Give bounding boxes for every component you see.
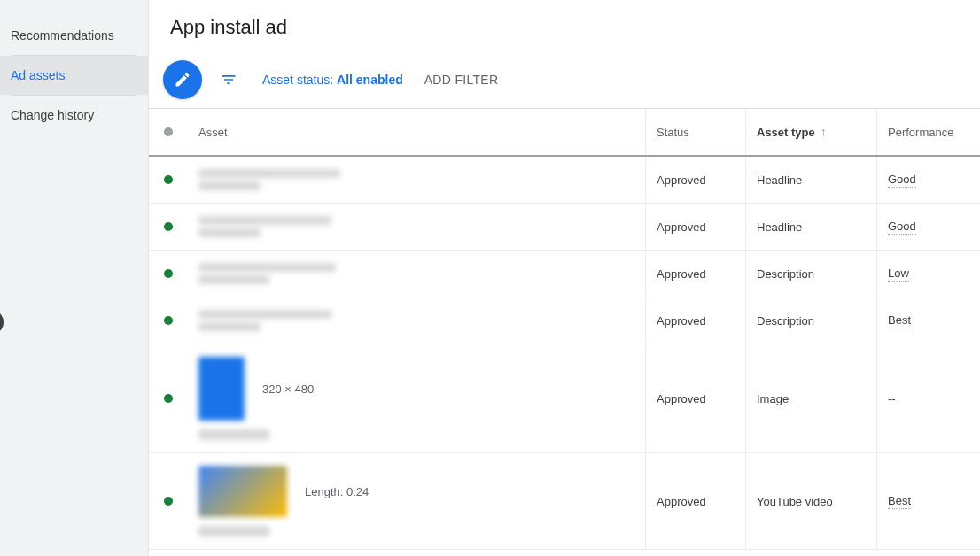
- column-status[interactable]: Status: [646, 109, 746, 155]
- sort-ascending-icon: ↑: [821, 125, 827, 139]
- table-row[interactable]: Approved Headline Good: [149, 204, 980, 251]
- type-cell: Headline: [746, 204, 877, 250]
- asset-cell: [188, 157, 646, 203]
- table-row[interactable]: Length: 0:24 Approved YouTube video Best: [149, 453, 980, 550]
- performance-cell: Good: [877, 204, 980, 250]
- status-cell: Approved: [646, 157, 746, 203]
- enabled-dot-icon: [164, 175, 173, 184]
- redacted-text: [198, 310, 331, 331]
- sidebar-item-ad-assets[interactable]: Ad assets: [0, 56, 148, 95]
- column-asset-type-label: Asset type: [757, 126, 815, 139]
- type-cell: Image: [746, 344, 877, 452]
- status-dot-icon: [164, 127, 173, 136]
- column-performance[interactable]: Performance: [877, 109, 980, 155]
- toolbar: Asset status: All enabled ADD FILTER: [149, 51, 980, 108]
- redacted-text: [198, 429, 269, 440]
- type-cell: Description: [746, 251, 877, 297]
- sidebar: Recommendations Ad assets Change history: [0, 0, 148, 556]
- type-cell: YouTube video: [746, 453, 877, 549]
- enabled-dot-icon: [164, 497, 173, 506]
- sidebar-item-change-history[interactable]: Change history: [0, 96, 148, 135]
- type-cell: Description: [746, 297, 877, 344]
- status-prefix: Asset status:: [262, 73, 337, 87]
- video-length: Length: 0:24: [305, 485, 369, 498]
- add-filter-button[interactable]: ADD FILTER: [424, 73, 499, 87]
- column-asset-type[interactable]: Asset type ↑: [746, 109, 877, 155]
- status-cell: Approved: [646, 251, 746, 297]
- redacted-text: [198, 263, 336, 284]
- enabled-dot-icon: [164, 394, 173, 403]
- asset-cell: [188, 204, 646, 250]
- table-row[interactable]: Approved Description Best: [149, 297, 980, 344]
- status-cell: Approved: [646, 344, 746, 452]
- enabled-dot-icon: [164, 316, 173, 325]
- video-thumbnail: [198, 466, 287, 517]
- main-content: App install ad Asset status: All enabled…: [148, 0, 980, 556]
- sidebar-item-recommendations[interactable]: Recommendations: [0, 16, 148, 55]
- asset-cell: Length: 0:24: [188, 453, 646, 549]
- asset-cell: [188, 251, 646, 297]
- image-dimensions: 320 × 480: [262, 382, 314, 396]
- edit-button[interactable]: [163, 60, 202, 99]
- column-status-dot[interactable]: [149, 109, 188, 155]
- redacted-text: [198, 526, 269, 537]
- redacted-text: [198, 169, 340, 190]
- image-thumbnail: [198, 357, 245, 421]
- table-header: Asset Status Asset type ↑ Performance: [149, 109, 980, 157]
- performance-cell: Low: [877, 251, 980, 297]
- asset-cell: 320 × 480: [188, 344, 646, 452]
- status-cell: Approved: [646, 297, 746, 344]
- filter-icon[interactable]: [220, 71, 237, 89]
- column-asset[interactable]: Asset: [188, 109, 646, 155]
- status-value: All enabled: [337, 73, 403, 87]
- table-row[interactable]: Approved Headline Good: [149, 157, 980, 204]
- type-cell: Headline: [746, 157, 877, 203]
- page-title: App install ad: [170, 16, 959, 39]
- performance-cell: Good: [877, 157, 980, 203]
- asset-status-filter[interactable]: Asset status: All enabled: [262, 73, 403, 87]
- asset-cell: [188, 297, 646, 344]
- table-row[interactable]: 320 × 480 Approved Image --: [149, 344, 980, 453]
- performance-cell: Best: [877, 453, 980, 549]
- table-row[interactable]: Approved Description Low: [149, 251, 980, 297]
- performance-cell: Best: [877, 297, 980, 344]
- enabled-dot-icon: [164, 269, 173, 278]
- assets-table: Asset Status Asset type ↑ Performance Ap…: [149, 108, 980, 556]
- page-header: App install ad: [149, 0, 980, 51]
- redacted-text: [198, 216, 331, 237]
- enabled-dot-icon: [164, 222, 173, 231]
- status-cell: Approved: [646, 453, 746, 549]
- pencil-icon: [174, 71, 191, 89]
- performance-cell: --: [877, 344, 980, 452]
- status-cell: Approved: [646, 204, 746, 250]
